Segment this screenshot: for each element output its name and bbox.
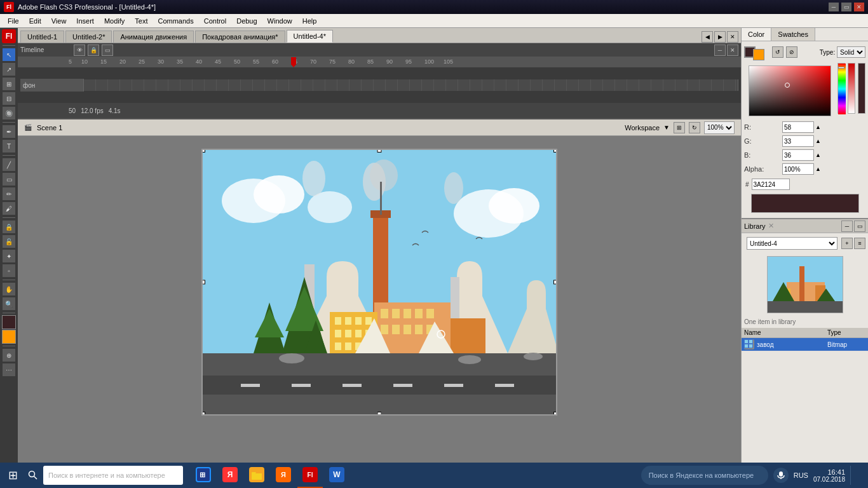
menu-debug[interactable]: Debug	[231, 14, 262, 27]
taskbar-search-box[interactable]: Поиск в интернете и на компьютере	[43, 466, 183, 485]
taskbar-app-cortana[interactable]: ⊞	[191, 463, 216, 488]
timeline-minimize[interactable]: ─	[714, 44, 726, 56]
tool-eraser[interactable]: ▫	[2, 264, 16, 278]
tool-gradient[interactable]: ⊟	[2, 92, 16, 105]
tool-subselect[interactable]: ↗	[2, 62, 16, 76]
menu-edit[interactable]: Edit	[24, 14, 46, 27]
tab-scroll-right[interactable]: ▶	[714, 31, 726, 43]
hex-input[interactable]	[752, 179, 790, 190]
tab-swatches[interactable]: Swatches	[771, 28, 815, 41]
alpha-slider[interactable]	[848, 63, 855, 114]
no-color[interactable]: ⊘	[786, 46, 797, 58]
handle-bm[interactable]	[377, 412, 382, 416]
tab-animation[interactable]: Анимация движения	[113, 30, 194, 43]
zoom-fit[interactable]: ⊞	[674, 122, 685, 133]
handle-tm[interactable]	[377, 149, 382, 152]
taskbar-app-yabrowser[interactable]: Я	[271, 463, 296, 488]
zoom-rotate[interactable]: ↻	[689, 122, 700, 133]
type-select[interactable]: Solid	[837, 46, 865, 58]
taskbar-app-files[interactable]	[244, 463, 269, 488]
handle-tr[interactable]	[553, 149, 557, 152]
menu-insert[interactable]: Insert	[71, 14, 99, 27]
tool-transform[interactable]: ⊞	[2, 77, 16, 91]
tool-text[interactable]: T	[2, 139, 16, 153]
taskbar-app-word[interactable]: W	[324, 463, 349, 488]
zoom-select[interactable]: 100%	[704, 121, 735, 134]
handle-bl[interactable]	[201, 412, 205, 416]
tool-smooth[interactable]: ⋯	[2, 363, 16, 377]
menu-window[interactable]: Window	[262, 14, 297, 27]
handle-mr[interactable]	[553, 280, 557, 285]
hue-slider[interactable]	[837, 63, 845, 114]
tab-untitled2[interactable]: Untitled-2*	[65, 30, 112, 43]
tab-untitled4[interactable]: Untitled-4*	[287, 30, 333, 43]
taskbar-app-yandex[interactable]: Я	[217, 463, 243, 488]
tab-keyframe[interactable]: Покадровая анимация*	[195, 30, 285, 43]
timeline-frames[interactable]	[84, 79, 738, 91]
taskbar-yandex-search[interactable]: Поиск в Яндексе на компьютере	[641, 466, 768, 485]
menu-text[interactable]: Text	[130, 14, 153, 27]
language-indicator[interactable]: RUS	[794, 471, 808, 479]
library-max[interactable]: ▭	[854, 220, 865, 232]
close-button[interactable]: ✕	[854, 3, 864, 11]
library-item-0[interactable]: завод Bitmap	[742, 338, 868, 351]
menu-file[interactable]: File	[3, 14, 24, 27]
maximize-button[interactable]: ▭	[841, 3, 851, 11]
mic-button[interactable]	[773, 468, 789, 483]
g-spinner-up[interactable]: ▲	[815, 138, 821, 144]
tool-lasso[interactable]: 🔘	[2, 106, 16, 120]
tool-pencil[interactable]: ✏	[2, 187, 16, 201]
g-input[interactable]	[782, 135, 814, 147]
tab-untitled1[interactable]: Untitled-1	[20, 30, 64, 43]
handle-br[interactable]	[553, 412, 557, 416]
menu-help[interactable]: Help	[297, 14, 322, 27]
library-new[interactable]: +	[841, 238, 853, 249]
tool-pen[interactable]: ✒	[2, 125, 16, 139]
fill-color[interactable]	[2, 330, 16, 344]
tool-paint[interactable]: 🔓	[2, 234, 16, 248]
alpha-spinner-up[interactable]: ▲	[815, 166, 821, 172]
tool-line[interactable]: ╱	[2, 158, 16, 172]
tab-close[interactable]: ✕	[727, 31, 738, 43]
tool-eyedropper[interactable]: ✦	[2, 249, 16, 263]
color-gradient[interactable]	[749, 65, 831, 116]
library-close-icon[interactable]: ✕	[768, 222, 774, 230]
handle-tl[interactable]	[201, 149, 205, 152]
tool-rect[interactable]: ▭	[2, 172, 16, 186]
library-dropdown[interactable]: Untitled-4	[747, 237, 837, 250]
menu-view[interactable]: View	[46, 14, 72, 27]
tab-color[interactable]: Color	[742, 28, 771, 41]
timeline-btn-eye[interactable]: 👁	[74, 44, 85, 56]
tool-zoom[interactable]: 🔍	[2, 297, 16, 311]
stroke-color[interactable]	[2, 315, 16, 329]
alpha-input[interactable]	[782, 163, 814, 175]
workspace-dropdown-icon[interactable]: ▼	[663, 124, 670, 131]
reset-colors[interactable]: ↺	[772, 46, 783, 58]
timeline-btn-lock[interactable]: 🔒	[88, 44, 99, 56]
playhead[interactable]	[291, 57, 296, 67]
menu-commands[interactable]: Commands	[153, 14, 198, 27]
show-desktop[interactable]	[850, 466, 863, 485]
tool-ink[interactable]: 🔒	[2, 220, 16, 234]
tool-brush[interactable]: 🖌	[2, 201, 16, 215]
tab-scroll-left[interactable]: ◀	[702, 31, 713, 43]
minimize-button[interactable]: ─	[829, 3, 839, 11]
r-spinner-up[interactable]: ▲	[815, 124, 821, 130]
menu-control[interactable]: Control	[199, 14, 231, 27]
library-options[interactable]: ≡	[854, 238, 865, 249]
tool-hand[interactable]: ✋	[2, 282, 16, 296]
fill-swatch[interactable]	[753, 49, 764, 60]
r-input[interactable]	[782, 121, 814, 133]
menu-modify[interactable]: Modify	[99, 14, 130, 27]
tool-snap[interactable]: ⊕	[2, 348, 16, 362]
taskbar-search-icon[interactable]	[25, 468, 41, 483]
b-input[interactable]	[782, 149, 814, 161]
taskbar-start-button[interactable]	[0, 463, 25, 488]
clock[interactable]: 16:41 07.02.2018	[813, 468, 845, 483]
timeline-close[interactable]: ✕	[727, 44, 738, 56]
b-spinner-up[interactable]: ▲	[815, 152, 821, 158]
tool-select[interactable]: ↖	[2, 48, 16, 62]
timeline-btn-outline[interactable]: ▭	[102, 44, 113, 56]
library-min[interactable]: ─	[841, 220, 853, 232]
taskbar-app-flash[interactable]: Fl	[297, 463, 323, 488]
